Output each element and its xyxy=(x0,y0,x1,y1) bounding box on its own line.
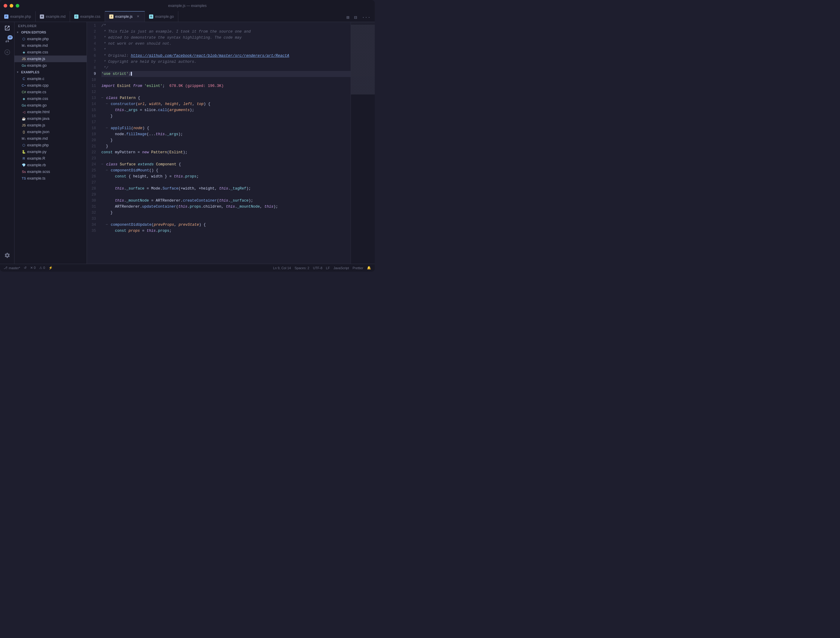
sidebar-item-go[interactable]: Go example.go xyxy=(14,102,87,109)
warnings-status[interactable]: ⚠ 0 xyxy=(39,266,45,270)
code-line-16: } xyxy=(101,113,351,119)
code-content[interactable]: /* * This file is just an example. I too… xyxy=(101,22,351,264)
sidebar-item-ts[interactable]: TS example.ts xyxy=(14,175,87,182)
code-container[interactable]: 1 2 3 4 5 6 7 8 9 10 11 12 13 14 15 16 1… xyxy=(87,22,375,264)
code-line-15: this._args = slice.call(arguments); xyxy=(101,107,351,113)
php-icon: P xyxy=(4,14,8,19)
sidebar-item-php[interactable]: ⬡ example.php xyxy=(14,142,87,148)
line-num-21: 21 xyxy=(87,143,99,149)
line-num-1: 1 xyxy=(87,23,99,28)
sidebar-item-example-php[interactable]: ⬡ example.php xyxy=(14,36,87,42)
sidebar-item-py[interactable]: 🐍 example.py xyxy=(14,148,87,155)
code-line-18: ─applyFill(node) { xyxy=(101,125,351,131)
code-line-27 xyxy=(101,180,351,186)
tab-example-css[interactable]: C example.css xyxy=(70,11,105,22)
formatter-status[interactable]: Prettier xyxy=(353,266,363,270)
fold-icon-18[interactable]: ─ xyxy=(106,125,109,131)
tab-example-php[interactable]: P example.php xyxy=(0,11,36,22)
tab-label: example.css xyxy=(80,14,101,19)
fold-icon-24[interactable]: ─ xyxy=(101,161,105,167)
formatter-text: Prettier xyxy=(353,266,363,270)
code-line-8: */ xyxy=(101,65,351,71)
layout-icon[interactable]: ⊟ xyxy=(353,13,358,22)
line-num-6: 6 xyxy=(87,53,99,59)
line-num-24: 24 xyxy=(87,161,99,167)
sidebar-item-rb[interactable]: 💎 example.rb xyxy=(14,162,87,168)
line-ending-status[interactable]: LF xyxy=(326,266,330,270)
fold-icon-14[interactable]: ─ xyxy=(106,101,109,107)
sidebar-item-html[interactable]: ◁ example.html xyxy=(14,109,87,115)
status-bar: ⎇ master* ↺ ✕ 0 ⚠ 0 ⚡ Ln 9, Col 14 Space… xyxy=(0,264,375,272)
split-editor-icon[interactable]: ⊞ xyxy=(345,13,351,22)
tab-label: example.js xyxy=(115,14,133,19)
branch-status[interactable]: ⎇ master* xyxy=(4,266,20,270)
fold-icon-25[interactable]: ─ xyxy=(106,167,109,174)
encoding-status[interactable]: UTF-8 xyxy=(313,266,322,270)
sidebar-item-js[interactable]: JS example.js xyxy=(14,122,87,129)
sidebar-item-c[interactable]: C example.c xyxy=(14,76,87,82)
sidebar-item-scss[interactable]: Ss example.scss xyxy=(14,168,87,175)
tab-close-button[interactable]: ✕ xyxy=(136,14,140,19)
errors-status[interactable]: ✕ 0 xyxy=(30,266,36,270)
sidebar-item-example-go[interactable]: Go example.go xyxy=(14,62,87,69)
html-file-icon: ◁ xyxy=(22,110,26,114)
line-num-9: 9 xyxy=(87,71,99,77)
status-right: Ln 9, Col 14 Spaces: 2 UTF-8 LF JavaScri… xyxy=(273,266,371,270)
sidebar-item-java[interactable]: ☕ example.java xyxy=(14,115,87,122)
sidebar-item-cpp[interactable]: C+ example.cpp xyxy=(14,82,87,89)
line-num-29: 29 xyxy=(87,192,99,198)
tab-example-js[interactable]: J example.js ✕ xyxy=(105,11,145,22)
line-num-27: 27 xyxy=(87,180,99,186)
tab-label: example.md xyxy=(46,14,65,19)
line-num-19: 19 xyxy=(87,131,99,137)
examples-header[interactable]: ▾ EXAMPLES xyxy=(14,69,87,76)
window-title: example.js — examples xyxy=(168,4,206,8)
source-control-icon[interactable]: 12 xyxy=(4,36,11,44)
line-num-26: 26 xyxy=(87,174,99,180)
sidebar: EXPLORER ▾ OPEN EDITORS ⬡ example.php M↓… xyxy=(14,22,87,264)
maximize-button[interactable] xyxy=(16,4,19,8)
close-button[interactable] xyxy=(4,4,7,8)
minimize-button[interactable] xyxy=(9,4,13,8)
css2-file-icon: ◈ xyxy=(22,96,26,101)
explorer-title: EXPLORER xyxy=(14,22,87,29)
spaces-status[interactable]: Spaces: 2 xyxy=(294,266,309,270)
line-num-5: 5 xyxy=(87,47,99,53)
open-editors-header[interactable]: ▾ OPEN EDITORS xyxy=(14,29,87,36)
md2-file-icon: M↓ xyxy=(22,136,26,141)
language-status[interactable]: JavaScript xyxy=(333,266,349,270)
line-num-20: 20 xyxy=(87,137,99,143)
css-file-icon: ◈ xyxy=(22,50,26,54)
md-file-icon: M↓ xyxy=(22,43,26,48)
bell-status[interactable]: 🔔 xyxy=(367,266,371,270)
explorer-icon[interactable] xyxy=(4,24,11,32)
sidebar-item-example-js[interactable]: JS example.js xyxy=(14,55,87,62)
code-line-29 xyxy=(101,192,351,198)
sync-status[interactable]: ↺ xyxy=(24,266,27,270)
sidebar-item-example-md[interactable]: M↓ example.md xyxy=(14,42,87,49)
code-line-33 xyxy=(101,216,351,222)
tab-example-go[interactable]: G example.go xyxy=(145,11,178,22)
sidebar-item-cs[interactable]: C# example.cs xyxy=(14,89,87,95)
line-num-3: 3 xyxy=(87,35,99,41)
go-icon: G xyxy=(149,14,153,19)
spaces-text: Spaces: 2 xyxy=(294,266,309,270)
sidebar-item-json[interactable]: {} example.json xyxy=(14,129,87,135)
code-line-11: import Eslint from 'eslint'; 678.9K (gzi… xyxy=(101,83,351,89)
activity-bar: 12 xyxy=(0,22,14,264)
sidebar-item-r[interactable]: R example.R xyxy=(14,155,87,162)
settings-icon[interactable] xyxy=(4,252,11,259)
lightning-status[interactable]: ⚡ xyxy=(49,266,53,270)
line-col-status[interactable]: Ln 9, Col 14 xyxy=(273,266,291,270)
sidebar-item-md[interactable]: M↓ example.md xyxy=(14,135,87,142)
more-actions-icon[interactable]: ··· xyxy=(360,14,372,21)
line-num-11: 11 xyxy=(87,83,99,89)
sidebar-item-css[interactable]: ◈ example.css xyxy=(14,95,87,102)
sidebar-item-example-css[interactable]: ◈ example.css xyxy=(14,49,87,55)
fold-icon-34[interactable]: ─ xyxy=(106,222,109,228)
line-num-28: 28 xyxy=(87,186,99,192)
extensions-icon[interactable] xyxy=(4,49,11,56)
code-line-6: * Original: https://github.com/facebook/… xyxy=(101,53,351,59)
tab-example-md[interactable]: M example.md xyxy=(36,11,70,22)
fold-icon-13[interactable]: ─ xyxy=(101,95,105,101)
